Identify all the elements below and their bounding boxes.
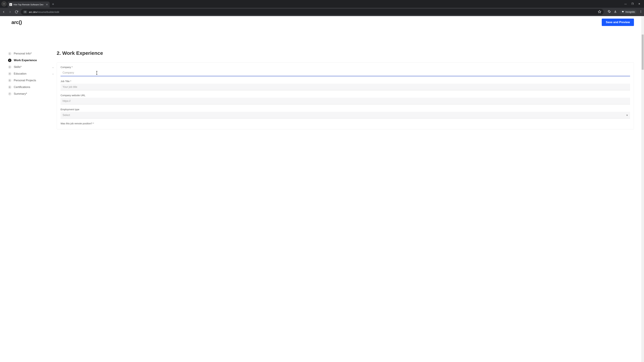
site-info-chip[interactable] [23,10,27,13]
maximize-button[interactable]: ❐ [632,2,634,5]
arrow-down-icon [52,73,54,75]
bookmark-button[interactable] [598,10,601,14]
browser-tab[interactable]: ⟨⟩ Hire Top Remote Software Dev ✕ [8,1,50,7]
section-title: 2. Work Experience [57,50,634,56]
extensions-button[interactable] [608,10,611,14]
tab-title: Hire Top Remote Software Dev [14,3,44,6]
page-header: arc() Save and Preview [0,16,644,28]
field-company-website: Company website URL [60,94,630,104]
tab-favicon: ⟨⟩ [10,3,12,6]
arrow-left-icon [2,10,5,13]
star-icon [598,10,601,13]
website-label: Company website URL [60,94,630,97]
employment-type-label: Employment type [60,108,630,111]
step-number: 7 [8,92,12,95]
step-number: 4 [8,72,12,75]
back-button[interactable] [2,10,6,14]
reload-icon [15,10,18,13]
arrow-right-icon [8,10,12,13]
svg-point-4 [641,10,641,11]
forward-button[interactable] [8,10,12,14]
sidebar-step-work-experience[interactable]: 2 Work Experience [8,57,52,64]
svg-point-5 [641,11,641,12]
sidebar-step-summary[interactable]: 7 Summary* [8,90,52,97]
browser-toolbar: arc.dev/resume/builder/edit Incognito [0,8,644,16]
page-content: 1 Personal Info* 2 Work Experience 3 Ski… [0,28,644,129]
field-job-title: Job Title * [60,80,630,90]
field-employment-type: Employment type ▾ [60,108,630,118]
browser-menu-button[interactable] [639,10,642,14]
step-label: Certifications [14,85,30,89]
field-remote-question: Was this job remote position? * [60,122,630,125]
move-up-button[interactable] [52,66,54,70]
job-title-label: Job Title * [60,80,630,83]
step-label: Work Experience [14,59,37,62]
kebab-icon [639,10,642,13]
tab-bar: ⟨⟩ Hire Top Remote Software Dev ✕ + — ❐ … [0,0,644,8]
step-label: Personal Info* [14,52,32,55]
incognito-badge[interactable]: Incognito [620,10,636,14]
svg-marker-3 [598,10,601,13]
puzzle-icon [608,10,611,13]
steps-sidebar: 1 Personal Info* 2 Work Experience 3 Ski… [8,50,52,129]
reload-button[interactable] [14,10,18,14]
field-company: Company * [60,66,630,76]
remote-question-label: Was this job remote position? * [60,122,630,125]
reorder-controls [52,66,54,76]
step-number: 5 [8,79,12,82]
downloads-button[interactable] [614,10,617,14]
step-number: 6 [8,85,12,89]
tab-close-button[interactable]: ✕ [46,3,48,6]
sidebar-step-skills[interactable]: 3 Skills* [8,64,52,70]
move-down-button[interactable] [52,73,54,76]
svg-point-6 [641,12,641,13]
step-number: 2 [8,59,12,62]
step-label: Summary* [14,92,27,95]
page-viewport: arc() Save and Preview 1 Personal Info* … [0,16,644,362]
step-label: Education [14,72,26,75]
save-preview-button[interactable]: Save and Preview [602,18,634,26]
close-window-button[interactable]: ✕ [638,2,640,5]
employment-type-select[interactable] [60,112,630,118]
website-input[interactable] [60,98,630,104]
job-title-input[interactable] [60,84,630,90]
minimize-button[interactable]: — [624,2,627,5]
step-number: 3 [8,65,12,69]
chevron-down-icon [3,3,5,5]
new-tab-button[interactable]: + [52,2,54,6]
arrow-up-icon [52,66,54,69]
page-scrollbar[interactable] [641,16,644,362]
company-input[interactable] [60,69,630,76]
window-controls: — ❐ ✕ [624,2,643,5]
browser-chrome: ⟨⟩ Hire Top Remote Software Dev ✕ + — ❐ … [0,0,644,16]
tab-search-button[interactable] [1,1,7,6]
tune-icon [24,11,26,13]
download-icon [614,10,617,13]
experience-card: Company * Job Title * Company website UR… [57,62,634,129]
sidebar-step-education[interactable]: 4 Education [8,70,52,77]
incognito-icon [621,10,624,13]
company-label: Company * [60,66,630,68]
sidebar-step-personal-info[interactable]: 1 Personal Info* [8,50,52,57]
scrollbar-thumb[interactable] [642,34,644,70]
sidebar-step-personal-projects[interactable]: 5 Personal Projects [8,77,52,84]
form-main: 2. Work Experience Company * Job Title * [57,50,634,129]
sidebar-step-certifications[interactable]: 6 Certifications [8,84,52,90]
address-bar[interactable]: arc.dev/resume/builder/edit [21,9,604,15]
step-number: 1 [8,52,12,55]
arc-logo[interactable]: arc() [12,19,22,25]
step-label: Personal Projects [14,79,36,82]
url-text: arc.dev/resume/builder/edit [29,10,59,13]
step-label: Skills* [14,65,22,69]
